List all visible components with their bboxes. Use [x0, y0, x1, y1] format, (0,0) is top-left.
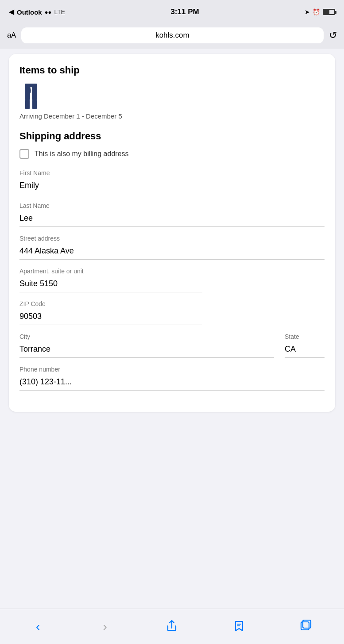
last-name-field: Last Name — [19, 202, 325, 227]
tabs-button[interactable] — [295, 617, 317, 636]
alarm-icon: ⏰ — [313, 8, 320, 15]
browser-bar: aA kohls.com ↺ — [0, 24, 344, 49]
apt-label: Apartment, suite or unit — [19, 268, 325, 275]
apt-field: Apartment, suite or unit — [19, 268, 325, 292]
city-state-row: City State — [19, 333, 325, 358]
svg-rect-2 — [32, 87, 37, 100]
shipping-title: Shipping address — [19, 130, 325, 142]
first-name-label: First Name — [19, 169, 325, 176]
zip-field: ZIP Code — [19, 300, 325, 325]
billing-checkbox[interactable] — [19, 149, 29, 159]
state-input[interactable] — [285, 343, 325, 358]
billing-checkbox-row[interactable]: This is also my billing address — [19, 149, 325, 159]
state-label: State — [285, 333, 325, 340]
tabs-icon — [300, 620, 312, 633]
reload-button[interactable]: ↺ — [329, 30, 337, 41]
street-address-label: Street address — [19, 235, 325, 242]
bookmarks-button[interactable] — [228, 617, 250, 636]
main-card: Items to ship Arriving December 1 - Dece… — [9, 54, 335, 412]
svg-rect-1 — [25, 87, 30, 100]
phone-label: Phone number — [19, 366, 325, 373]
back-arrow-icon: ◀ — [9, 8, 14, 16]
svg-rect-4 — [32, 100, 37, 109]
svg-rect-6 — [301, 622, 309, 630]
share-button[interactable] — [161, 617, 183, 636]
phone-partial-value: (310) 123-11... — [19, 376, 325, 391]
first-name-input[interactable] — [19, 179, 325, 194]
svg-line-5 — [30, 87, 31, 93]
city-field: City — [19, 333, 274, 358]
location-icon: ➤ — [305, 8, 310, 15]
city-input[interactable] — [19, 343, 274, 358]
svg-rect-7 — [303, 620, 311, 628]
jeans-icon — [23, 84, 39, 111]
apt-input[interactable] — [19, 277, 202, 292]
bookmarks-icon — [233, 620, 245, 633]
forward-button[interactable]: › — [94, 617, 116, 636]
status-carrier: ◀ Outlook ●● LTE — [9, 8, 65, 16]
text-size-button[interactable]: aA — [7, 31, 16, 40]
back-icon: ‹ — [36, 620, 40, 634]
phone-field: Phone number (310) 123-11... — [19, 366, 325, 391]
billing-label: This is also my billing address — [35, 150, 129, 158]
first-name-field: First Name — [19, 169, 325, 194]
street-address-input[interactable] — [19, 245, 325, 260]
zip-label: ZIP Code — [19, 300, 325, 307]
battery-icon — [323, 9, 335, 15]
zip-input[interactable] — [19, 310, 202, 325]
url-bar[interactable]: kohls.com — [21, 27, 324, 43]
last-name-label: Last Name — [19, 202, 325, 209]
last-name-input[interactable] — [19, 212, 325, 227]
share-icon — [166, 620, 178, 633]
item-image — [19, 82, 43, 112]
svg-rect-3 — [25, 100, 30, 109]
street-address-field: Street address — [19, 235, 325, 260]
bottom-nav: ‹ › — [0, 609, 344, 644]
items-to-ship-title: Items to ship — [19, 65, 325, 76]
back-button[interactable]: ‹ — [27, 617, 49, 636]
signal-icon: ●● — [45, 9, 52, 15]
forward-icon: › — [103, 620, 107, 634]
city-label: City — [19, 333, 274, 340]
arrival-date: Arriving December 1 - December 5 — [19, 112, 325, 120]
svg-rect-0 — [25, 84, 37, 87]
status-bar: ◀ Outlook ●● LTE 3:11 PM ➤ ⏰ — [0, 0, 344, 24]
shipping-address-section: Shipping address This is also my billing… — [19, 130, 325, 391]
state-field: State — [285, 333, 325, 358]
content-area: Items to ship Arriving December 1 - Dece… — [0, 49, 344, 609]
status-icons: ➤ ⏰ — [305, 8, 335, 15]
items-to-ship-section: Items to ship Arriving December 1 - Dece… — [19, 65, 325, 120]
status-time: 3:11 PM — [170, 8, 199, 16]
